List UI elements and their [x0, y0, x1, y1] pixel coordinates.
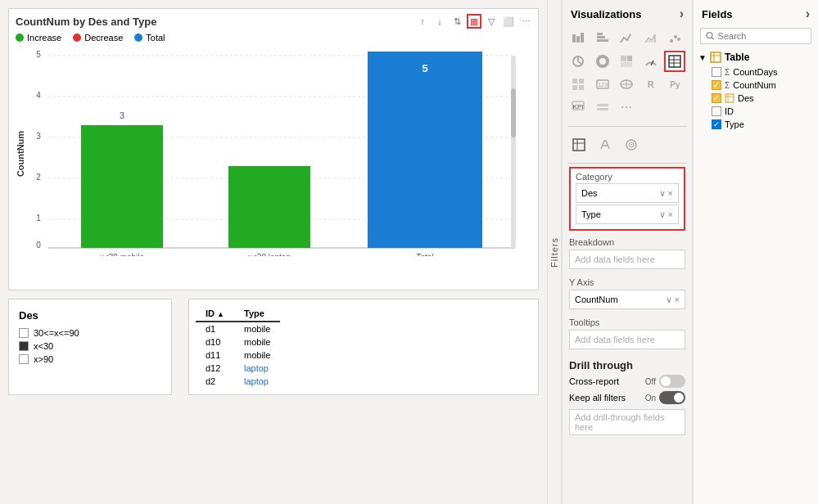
- col-type[interactable]: Type: [234, 306, 280, 322]
- y-axis-label: Y Axis: [569, 277, 685, 287]
- type-checkbox[interactable]: ✓: [712, 119, 721, 129]
- countnum-checkbox[interactable]: ✓: [712, 80, 721, 90]
- viz-chevron[interactable]: ›: [680, 7, 684, 21]
- fields-search-box[interactable]: [700, 28, 811, 44]
- remove-icon[interactable]: ×: [668, 188, 673, 199]
- svg-text:5: 5: [422, 62, 427, 74]
- des-legend-item-2: x>90: [19, 354, 161, 364]
- cell-type-1: mobile: [234, 335, 280, 349]
- table-row: d12 laptop: [196, 362, 280, 375]
- keep-filters-value: On: [645, 394, 656, 403]
- des-checkbox[interactable]: ✓: [712, 93, 721, 103]
- viz-icon-stacked-bar[interactable]: [567, 28, 589, 49]
- viz-analytics-icon[interactable]: [620, 133, 643, 156]
- svg-text:KPI: KPI: [573, 103, 584, 110]
- fields-table-header[interactable]: ▼ Table: [698, 49, 813, 65]
- search-input[interactable]: [718, 31, 806, 41]
- svg-rect-58: [597, 108, 608, 110]
- dropdown-icon-2[interactable]: ∨: [659, 209, 666, 220]
- svg-point-66: [707, 33, 712, 38]
- fields-tree: ▼ Table Σ CountDays ✓ Σ CountNum ✓ Des I…: [694, 49, 818, 131]
- cell-type-2: mobile: [234, 349, 280, 362]
- filters-panel[interactable]: Filters: [547, 0, 562, 504]
- viz-icon-slicer[interactable]: [592, 97, 613, 118]
- cross-report-toggle[interactable]: Off: [645, 375, 685, 388]
- y-axis-remove-icon[interactable]: ×: [675, 295, 680, 305]
- chart-type-btn[interactable]: ▦: [467, 14, 481, 29]
- viz-icon-line[interactable]: [616, 28, 637, 49]
- keep-filters-track[interactable]: [659, 391, 685, 404]
- viz-format-icon[interactable]: [594, 133, 617, 156]
- breakdown-field[interactable]: Add data fields here: [569, 250, 685, 269]
- viz-icon-r[interactable]: R: [640, 74, 662, 95]
- cross-report-track[interactable]: [659, 375, 685, 388]
- dropdown-icon[interactable]: ∨: [659, 188, 666, 199]
- sort-both-btn[interactable]: ⇅: [450, 14, 464, 29]
- svg-text:CountNum: CountNum: [16, 131, 25, 177]
- tooltips-field[interactable]: Add data fields here: [569, 330, 685, 349]
- category-field-des[interactable]: Des ∨ ×: [576, 183, 679, 203]
- viz-icon-pie[interactable]: [567, 51, 589, 72]
- viz-icon-map[interactable]: [616, 74, 637, 95]
- cell-id-4: d2: [196, 375, 234, 388]
- visualizations-panel: Visualizations ›: [562, 0, 693, 504]
- search-icon: [706, 31, 715, 41]
- cross-report-value: Off: [645, 377, 656, 386]
- legend-increase-dot: [16, 34, 24, 42]
- fields-item-des[interactable]: ✓ Des: [698, 92, 813, 105]
- viz-icon-card[interactable]: 123: [592, 74, 613, 95]
- svg-rect-15: [228, 166, 310, 248]
- viz-icon-scatter[interactable]: [664, 28, 685, 49]
- viz-icon-donut[interactable]: [592, 51, 613, 72]
- drill-through-field[interactable]: Add drill-through fields here: [569, 409, 685, 435]
- viz-icon-table[interactable]: [664, 51, 685, 72]
- expand-btn[interactable]: ⬜: [501, 14, 516, 29]
- keep-filters-thumb: [674, 393, 684, 403]
- sort-desc-btn[interactable]: ↓: [432, 14, 447, 29]
- viz-icon-gauge[interactable]: [640, 51, 662, 72]
- category-field-type[interactable]: Type ∨ ×: [576, 205, 679, 224]
- des-legend-label-0: 30<=x<=90: [34, 328, 79, 338]
- data-table: ID ▲ Type d1 mobile d10 mobile: [196, 306, 280, 388]
- legend-increase: Increase: [16, 33, 61, 43]
- des-legend: Des 30<=x<=90 x<30 x>90: [8, 299, 172, 395]
- breakdown-placeholder: Add data fields here: [575, 254, 655, 264]
- table-name: Table: [725, 52, 749, 63]
- legend-decrease-label: Decrease: [84, 33, 123, 43]
- fields-item-countnum[interactable]: ✓ Σ CountNum: [698, 79, 813, 92]
- filter-btn[interactable]: ▽: [484, 14, 499, 29]
- fields-title: Fields: [702, 8, 733, 20]
- legend-decrease-dot: [73, 34, 81, 42]
- col-id[interactable]: ID ▲: [196, 306, 234, 322]
- fields-chevron[interactable]: ›: [806, 7, 810, 21]
- id-checkbox[interactable]: [712, 106, 721, 116]
- countdays-checkbox[interactable]: [712, 67, 721, 77]
- breakdown-section: Breakdown Add data fields here: [563, 234, 692, 274]
- y-axis-field[interactable]: CountNum ∨ ×: [569, 290, 685, 309]
- y-axis-section: Y Axis CountNum ∨ ×: [563, 274, 692, 314]
- fields-item-id[interactable]: ID: [698, 105, 813, 118]
- tooltips-section: Tooltips Add data fields here: [563, 314, 692, 354]
- viz-icon-more[interactable]: ⋯: [616, 97, 637, 118]
- more-btn[interactable]: ⋯: [518, 14, 533, 29]
- svg-text:4: 4: [36, 91, 41, 100]
- des-legend-box-2: [19, 354, 29, 364]
- fields-item-type[interactable]: ✓ Type: [698, 118, 813, 131]
- remove-icon-2[interactable]: ×: [668, 209, 673, 220]
- viz-icon-treemap[interactable]: [616, 51, 637, 72]
- viz-icon-matrix[interactable]: [567, 74, 589, 95]
- bottom-section: Des 30<=x<=90 x<30 x>90 ID ▲: [8, 299, 539, 395]
- viz-icon-kpi[interactable]: KPI: [567, 97, 589, 118]
- cell-type-3: laptop: [234, 362, 280, 375]
- viz-icon-area[interactable]: [640, 28, 662, 49]
- viz-icon-py[interactable]: Py: [664, 74, 685, 95]
- des-label: Des: [738, 93, 754, 103]
- tooltips-placeholder: Add data fields here: [575, 335, 655, 344]
- keep-filters-toggle[interactable]: On: [645, 391, 685, 404]
- viz-icon-bar[interactable]: [592, 28, 613, 49]
- category-field-type-text: Type: [581, 209, 601, 219]
- viz-build-icon[interactable]: [567, 133, 590, 156]
- sort-asc-btn[interactable]: ↑: [415, 14, 430, 29]
- fields-item-countdays[interactable]: Σ CountDays: [698, 65, 813, 79]
- y-axis-dropdown-icon[interactable]: ∨: [666, 295, 672, 305]
